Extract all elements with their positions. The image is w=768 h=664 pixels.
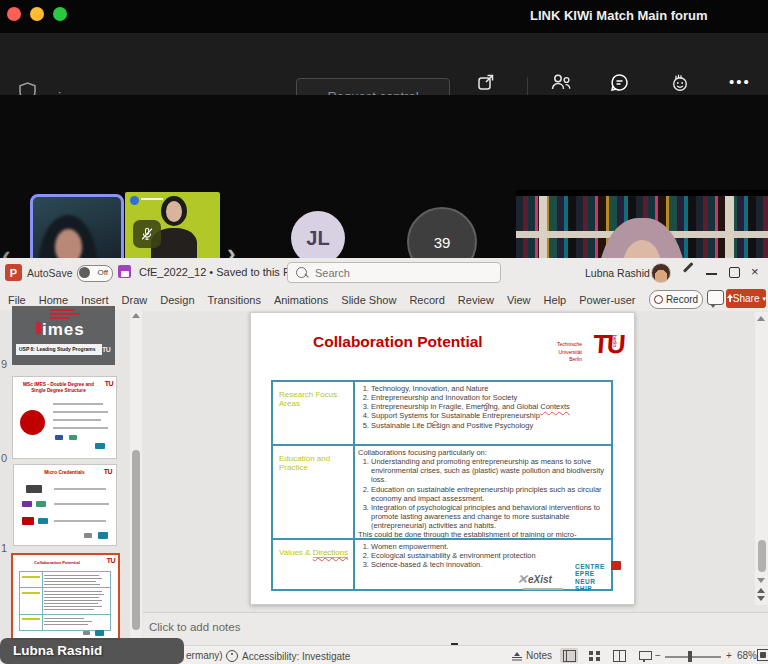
teams-toolbar: --:-- Request control Pop out People Cha… [0, 33, 768, 95]
notes-placeholder: Click to add notes [149, 621, 240, 633]
zoom-slider-track[interactable] [665, 656, 721, 658]
slide-sorter-view-button[interactable] [585, 648, 603, 663]
ppt-titlebar: P AutoSave Off CfE_2022_12 • Saved to th… [0, 258, 768, 288]
record-button[interactable]: Record [649, 290, 703, 309]
tu-logo-mini: TU [107, 557, 115, 564]
minimize-button[interactable] [706, 273, 717, 275]
menu-insert[interactable]: Insert [81, 294, 109, 306]
pop-out-icon [477, 73, 495, 91]
menu-file[interactable]: File [8, 294, 26, 306]
comments-button[interactable] [707, 290, 724, 305]
macos-close-button[interactable] [7, 7, 21, 21]
video-tile-green-1[interactable] [125, 192, 220, 261]
row-content: Technology, Innovation, and Nature Entre… [354, 381, 612, 445]
zoom-percentage[interactable]: 68% [737, 650, 757, 661]
slideshow-view-button[interactable] [635, 648, 653, 663]
macos-zoom-button[interactable] [53, 7, 67, 21]
document-title[interactable]: CfE_2022_12 • Saved to this PC▾ [139, 266, 306, 278]
scroll-down-arrow[interactable] [757, 578, 765, 583]
mini-table-graphic [19, 571, 111, 631]
ellipsis-icon: ••• [729, 73, 751, 91]
menu-design[interactable]: Design [160, 294, 194, 306]
search-icon [296, 267, 307, 278]
account-avatar[interactable] [651, 263, 671, 283]
screen: LINK KIWi Match Main forum --:-- Request… [0, 0, 768, 664]
save-icon[interactable] [118, 265, 131, 278]
reading-view-button[interactable] [610, 648, 628, 663]
row-content: Women empowerment. Ecological sustainabi… [354, 539, 612, 590]
normal-view-button[interactable] [560, 648, 578, 663]
menu-help[interactable]: Help [544, 294, 567, 306]
tu-berlin-logo: Technische Universität Berlin TU berlin [544, 329, 632, 377]
share-icon [726, 295, 730, 302]
scroll-up-arrow[interactable] [757, 316, 765, 321]
autosave-state: Off [97, 268, 108, 277]
participant-avatar[interactable]: JL [291, 211, 345, 265]
notes-pane[interactable]: Click to add notes [143, 612, 768, 646]
powerpoint-window: P AutoSave Off CfE_2022_12 • Saved to th… [0, 258, 768, 664]
scroll-up-arrow[interactable] [132, 313, 140, 318]
accessibility-icon [226, 650, 238, 662]
language-status-partial[interactable]: ermany) [186, 650, 223, 661]
pen-icon[interactable] [683, 262, 693, 272]
presenter-name-overlay: Lubna Rashid [0, 638, 184, 664]
slide8-caption: USP 8: Leading Study Programs [16, 344, 102, 355]
row-label: Research Focus Areas [272, 381, 354, 445]
previous-slide-button[interactable] [757, 588, 765, 593]
zoom-slider-thumb[interactable] [688, 651, 692, 662]
directions-link[interactable]: Directions [313, 548, 349, 558]
scrollbar-thumb[interactable] [132, 450, 140, 630]
slide10-title: Micro Credentials [22, 470, 107, 476]
virtual-background-logo [130, 196, 139, 205]
search-box[interactable] [287, 262, 501, 283]
slide11-title: Collaboration Potential [27, 560, 87, 565]
tu-logo-mini: TU [102, 346, 110, 353]
menu-slideshow[interactable]: Slide Show [341, 294, 396, 306]
notes-toggle[interactable]: Notes [512, 650, 552, 661]
restore-button[interactable] [729, 267, 740, 278]
menu-transitions[interactable]: Transitions [208, 294, 261, 306]
chevron-down-icon: ▾ [762, 295, 766, 303]
thumbnail-scrollbar[interactable] [130, 310, 142, 664]
scrollbar-thumb[interactable] [758, 540, 766, 572]
imes-logo-figure [36, 322, 41, 334]
row-label: Values & Directions [272, 539, 354, 590]
thumbnail-slide-10[interactable]: Micro Credentials TU [13, 464, 117, 546]
slide-title: Collaboration Potential [313, 333, 483, 351]
slide-canvas[interactable]: Collaboration Potential Technische Unive… [250, 312, 635, 605]
row-label: Education and Practice [272, 445, 354, 539]
menu-draw[interactable]: Draw [122, 294, 148, 306]
fit-to-window-button[interactable] [757, 649, 768, 661]
slide-scrollbar[interactable] [755, 312, 768, 605]
tu-logo-mini: TU [104, 468, 112, 475]
thumbnail-slide-9[interactable]: MSc IMES - Double Degree and Single Degr… [12, 376, 117, 459]
record-icon [654, 295, 663, 304]
slide-thumbnail-panel: imes USP 8: Leading Study Programs TU 9 … [0, 310, 143, 664]
zoom-out-button[interactable]: − [655, 650, 661, 661]
red-circle-graphic [20, 410, 45, 435]
imes-logo: imes [42, 320, 85, 340]
menu-view[interactable]: View [507, 294, 531, 306]
menu-power-user[interactable]: Power-user [579, 294, 635, 306]
next-slide-button[interactable] [757, 596, 765, 601]
close-button[interactable]: × [751, 264, 759, 279]
row-content: Collaborations focusing particularly on:… [354, 445, 612, 539]
search-input[interactable] [313, 266, 477, 280]
slide-number: 9 [1, 358, 7, 370]
menu-record[interactable]: Record [409, 294, 444, 306]
macos-minimize-button[interactable] [30, 7, 44, 21]
thumbnail-slide-11-selected[interactable]: Collaboration Potential TU [11, 553, 120, 640]
menu-home[interactable]: Home [39, 294, 68, 306]
mic-muted-overlay [133, 220, 161, 248]
video-strip: ‹ › JL Julia Lind... [0, 95, 768, 258]
menu-review[interactable]: Review [458, 294, 494, 306]
slide-number: 0 [1, 452, 7, 464]
thumbnail-slide-8[interactable]: imes USP 8: Leading Study Programs TU [12, 306, 115, 365]
share-button[interactable]: Share ▾ [726, 289, 766, 308]
accessibility-status[interactable]: Accessibility: Investigate [226, 650, 350, 662]
slide-table: Research Focus Areas Technology, Innovat… [271, 380, 613, 591]
zoom-in-button[interactable]: + [726, 650, 732, 661]
toggle-knob [79, 267, 90, 278]
autosave-toggle[interactable]: Off [77, 265, 113, 282]
menu-animations[interactable]: Animations [274, 294, 328, 306]
